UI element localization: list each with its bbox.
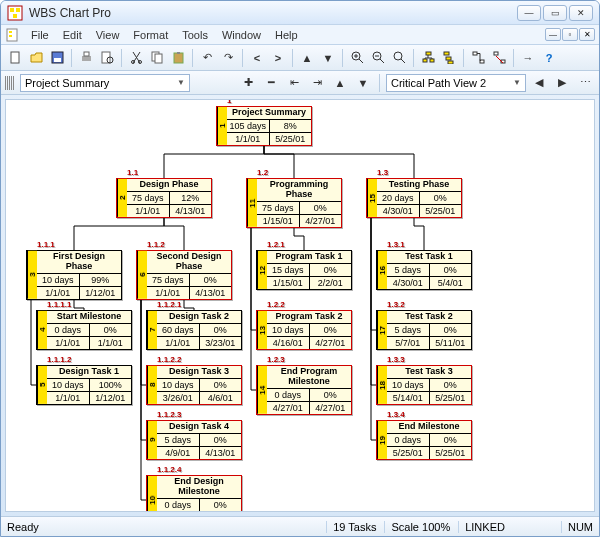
wbs-node[interactable]: 1.2.314End Program Milestone0 days0%4/27… (256, 365, 352, 415)
wbs-code: 1.2.3 (267, 355, 285, 364)
move-up-button[interactable]: ▲ (330, 73, 350, 93)
mdi-minimize-button[interactable]: — (545, 28, 561, 41)
view-prev-button[interactable]: ◀ (529, 73, 549, 93)
wbs-node[interactable]: 1.1.1.25Design Task 110 days100%1/1/011/… (36, 365, 132, 405)
chart-canvas[interactable]: 11Project Summary105 days8%1/1/015/25/01… (5, 99, 595, 512)
wbs-node[interactable]: 1.1.1.14Start Milestone0 days0%1/1/011/1… (36, 310, 132, 350)
wbs-node[interactable]: 1.1.2.410End Design Milestone0 days0%4/1… (146, 475, 242, 512)
node-duration: 75 days (147, 274, 190, 286)
svg-rect-31 (494, 52, 498, 55)
move-down-button[interactable]: ▼ (353, 73, 373, 93)
node-duration: 20 days (377, 192, 420, 204)
wbs-node[interactable]: 11Project Summary105 days8%1/1/015/25/01 (216, 106, 312, 146)
wbs-node[interactable]: 1.2.112Program Task 115 days0%1/15/012/2… (256, 250, 352, 290)
toolbar-grip[interactable] (5, 76, 15, 90)
delete-button[interactable]: ━ (261, 73, 281, 93)
wbs-node[interactable]: 1.3.217Test Task 25 days0%5/7/015/11/01 (376, 310, 472, 350)
node-start: 5/7/01 (387, 337, 430, 349)
mdi-close-button[interactable]: ✕ (579, 28, 595, 41)
node-percent: 8% (270, 120, 312, 132)
menu-help[interactable]: Help (269, 27, 304, 43)
link-button[interactable] (468, 48, 488, 68)
indent-button[interactable]: ⇥ (307, 73, 327, 93)
menu-format[interactable]: Format (127, 27, 174, 43)
layout-vert-button[interactable] (439, 48, 459, 68)
layout-horiz-icon (422, 51, 435, 64)
wbs-node[interactable]: 1.1.2.28Design Task 310 days0%3/26/014/6… (146, 365, 242, 405)
node-start: 1/1/01 (227, 133, 270, 145)
node-title: Design Task 4 (157, 421, 241, 434)
new-button[interactable] (5, 48, 25, 68)
layout-horiz-button[interactable] (418, 48, 438, 68)
wbs-node[interactable]: 1.3.318Test Task 310 days0%5/14/015/25/0… (376, 365, 472, 405)
wbs-node[interactable]: 1.12Design Phase75 days12%1/1/014/13/01 (116, 178, 212, 218)
menu-file[interactable]: File (25, 27, 55, 43)
zoom-in-button[interactable] (347, 48, 367, 68)
statusbar: Ready 19 Tasks Scale 100% LINKED NUM (1, 516, 599, 536)
status-tasks: 19 Tasks (326, 521, 376, 533)
svg-rect-9 (54, 58, 61, 62)
node-number: 2 (117, 179, 127, 217)
layout-vert-icon (443, 51, 456, 64)
goto-button[interactable]: → (518, 48, 538, 68)
cut-button[interactable] (126, 48, 146, 68)
secondary-toolbar: Project Summary ▼ ✚ ━ ⇤ ⇥ ▲ ▼ Critical P… (1, 71, 599, 95)
maximize-button[interactable]: ▭ (543, 5, 567, 21)
view-combo[interactable]: Critical Path View 2 ▼ (386, 74, 526, 92)
prev-button[interactable]: < (247, 48, 267, 68)
app-icon (7, 5, 23, 21)
expand-button[interactable]: ▲ (297, 48, 317, 68)
node-title: Programming Phase (257, 179, 341, 202)
minimize-button[interactable]: — (517, 5, 541, 21)
wbs-node[interactable]: 1.1.13First Design Phase10 days99%1/1/01… (26, 250, 122, 300)
save-button[interactable] (47, 48, 67, 68)
unlink-button[interactable] (489, 48, 509, 68)
copy-button[interactable] (147, 48, 167, 68)
undo-button[interactable]: ↶ (197, 48, 217, 68)
redo-button[interactable]: ↷ (218, 48, 238, 68)
wbs-node[interactable]: 1.2.213Program Task 210 days0%4/16/014/2… (256, 310, 352, 350)
menu-window[interactable]: Window (216, 27, 267, 43)
print-preview-button[interactable] (97, 48, 117, 68)
wbs-node[interactable]: 1.3.419End Milestone0 days0%5/25/015/25/… (376, 420, 472, 460)
wbs-node[interactable]: 1.315Testing Phase20 days0%4/30/015/25/0… (366, 178, 462, 218)
wbs-code: 1.1.2.4 (157, 465, 181, 474)
svg-rect-25 (430, 59, 434, 62)
node-percent: 0% (430, 324, 472, 336)
summary-combo[interactable]: Project Summary ▼ (20, 74, 190, 92)
node-end: 1/1/01 (90, 337, 132, 349)
paste-button[interactable] (168, 48, 188, 68)
wbs-node[interactable]: 1.211Programming Phase75 days0%1/15/014/… (246, 178, 342, 228)
node-duration: 10 days (387, 379, 430, 391)
zoom-out-button[interactable] (368, 48, 388, 68)
menu-edit[interactable]: Edit (57, 27, 88, 43)
node-title: Project Summary (227, 107, 311, 120)
mdi-restore-button[interactable]: ▫ (562, 28, 578, 41)
node-start: 1/1/01 (37, 287, 80, 299)
node-number: 17 (377, 311, 387, 349)
wbs-code: 1.3.4 (387, 410, 405, 419)
wbs-node[interactable]: 1.1.26Second Design Phase75 days0%1/1/01… (136, 250, 232, 300)
node-start: 1/15/01 (257, 215, 300, 227)
outdent-button[interactable]: ⇤ (284, 73, 304, 93)
print-button[interactable] (76, 48, 96, 68)
collapse-button[interactable]: ▼ (318, 48, 338, 68)
node-percent: 0% (200, 379, 242, 391)
menu-tools[interactable]: Tools (176, 27, 214, 43)
wbs-node[interactable]: 1.1.2.17Design Task 260 days0%1/1/013/23… (146, 310, 242, 350)
next-button[interactable]: > (268, 48, 288, 68)
wbs-node[interactable]: 1.3.116Test Task 15 days0%4/30/015/4/01 (376, 250, 472, 290)
view-more-button[interactable]: ⋯ (575, 73, 595, 93)
node-title: First Design Phase (37, 251, 121, 274)
zoom-fit-button[interactable] (389, 48, 409, 68)
open-button[interactable] (26, 48, 46, 68)
close-button[interactable]: ✕ (569, 5, 593, 21)
help-button[interactable]: ? (539, 48, 559, 68)
insert-left-button[interactable]: ✚ (238, 73, 258, 93)
wbs-node[interactable]: 1.1.2.39Design Task 45 days0%4/9/014/13/… (146, 420, 242, 460)
node-number: 3 (27, 251, 37, 299)
node-number: 7 (147, 311, 157, 349)
chevron-down-icon: ▼ (509, 78, 521, 87)
menu-view[interactable]: View (90, 27, 126, 43)
view-next-button[interactable]: ▶ (552, 73, 572, 93)
